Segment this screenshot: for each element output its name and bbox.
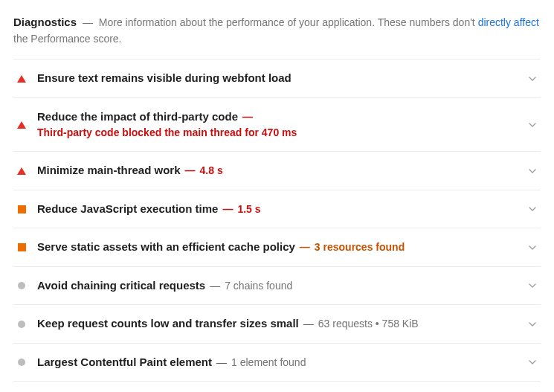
diagnostic-body: Keep request counts low and transfer siz… <box>37 315 517 332</box>
diagnostic-row[interactable]: Keep request counts low and transfer siz… <box>13 305 541 344</box>
square-orange-icon <box>16 205 27 213</box>
detail-separator: — <box>303 316 314 332</box>
detail-separator: — <box>300 240 310 255</box>
chevron-down-icon <box>527 360 538 364</box>
diagnostic-body: Largest Contentful Paint element—1 eleme… <box>37 354 517 371</box>
diagnostic-title: Largest Contentful Paint element <box>37 354 212 371</box>
diagnostic-detail: Third-party code blocked the main thread… <box>37 125 297 141</box>
diagnostic-body: Serve static assets with an efficient ca… <box>37 239 517 256</box>
circle-gray-icon <box>16 321 27 328</box>
diagnostic-title: Serve static assets with an efficient ca… <box>37 239 295 256</box>
chevron-down-icon <box>527 123 538 127</box>
diagnostic-title: Keep request counts low and transfer siz… <box>37 315 299 332</box>
diagnostic-row[interactable]: Avoid large layout shifts—5 elements fou… <box>13 382 541 392</box>
detail-separator: — <box>216 355 227 370</box>
diagnostic-detail: 1 element found <box>231 355 306 370</box>
diagnostic-row[interactable]: Reduce the impact of third-party code—Th… <box>13 98 541 152</box>
diagnostic-detail: 7 chains found <box>225 278 292 294</box>
diagnostics-description-before: More information about the performance o… <box>99 16 478 28</box>
diagnostics-header: Diagnostics — More information about the… <box>13 13 541 47</box>
chevron-down-icon <box>527 245 538 250</box>
chevron-down-icon <box>527 77 538 81</box>
diagnostics-list: Ensure text remains visible during webfo… <box>13 59 541 392</box>
triangle-red-icon <box>16 75 27 83</box>
diagnostic-title: Ensure text remains visible during webfo… <box>37 70 292 87</box>
square-orange-icon <box>16 243 27 251</box>
diagnostic-detail: 63 requests • 758 KiB <box>318 316 419 332</box>
circle-gray-icon <box>16 282 27 289</box>
chevron-down-icon <box>527 283 538 288</box>
diagnostic-row[interactable]: Avoid chaining critical requests—7 chain… <box>13 267 541 306</box>
diagnostic-title: Reduce JavaScript execution time <box>37 201 218 218</box>
diagnostic-body: Avoid chaining critical requests—7 chain… <box>37 277 517 295</box>
triangle-red-icon <box>16 167 27 175</box>
directly-affect-link[interactable]: directly affect <box>478 16 539 28</box>
diagnostic-row[interactable]: Reduce JavaScript execution time—1.5 s <box>13 190 541 229</box>
diagnostic-body: Reduce JavaScript execution time—1.5 s <box>37 201 517 218</box>
diagnostic-title: Avoid chaining critical requests <box>37 277 205 295</box>
detail-separator: — <box>222 202 233 217</box>
diagnostic-detail: 3 resources found <box>315 240 405 255</box>
diagnostic-body: Reduce the impact of third-party code—Th… <box>37 109 517 141</box>
diagnostic-detail: 1.5 s <box>237 202 260 217</box>
circle-gray-icon <box>16 359 27 366</box>
detail-separator: — <box>242 109 253 125</box>
diagnostic-title: Minimize main-thread work <box>37 162 181 179</box>
chevron-down-icon <box>527 322 538 327</box>
diagnostic-row[interactable]: Largest Contentful Paint element—1 eleme… <box>13 344 541 382</box>
diagnostic-title: Reduce the impact of third-party code <box>37 109 238 126</box>
diagnostic-row[interactable]: Ensure text remains visible during webfo… <box>13 60 541 98</box>
detail-separator: — <box>185 163 196 179</box>
diagnostic-row[interactable]: Serve static assets with an efficient ca… <box>13 228 541 267</box>
chevron-down-icon <box>527 207 538 211</box>
diagnostics-title: Diagnostics <box>13 16 77 28</box>
triangle-red-icon <box>16 121 27 129</box>
dash: — <box>83 16 93 28</box>
diagnostic-detail: 4.8 s <box>200 163 223 179</box>
diagnostic-body: Ensure text remains visible during webfo… <box>37 70 517 87</box>
diagnostic-body: Minimize main-thread work—4.8 s <box>37 162 517 179</box>
diagnostic-row[interactable]: Minimize main-thread work—4.8 s <box>13 152 541 190</box>
diagnostics-description-after: the Performance score. <box>13 33 122 45</box>
detail-separator: — <box>210 278 220 294</box>
chevron-down-icon <box>527 169 538 173</box>
